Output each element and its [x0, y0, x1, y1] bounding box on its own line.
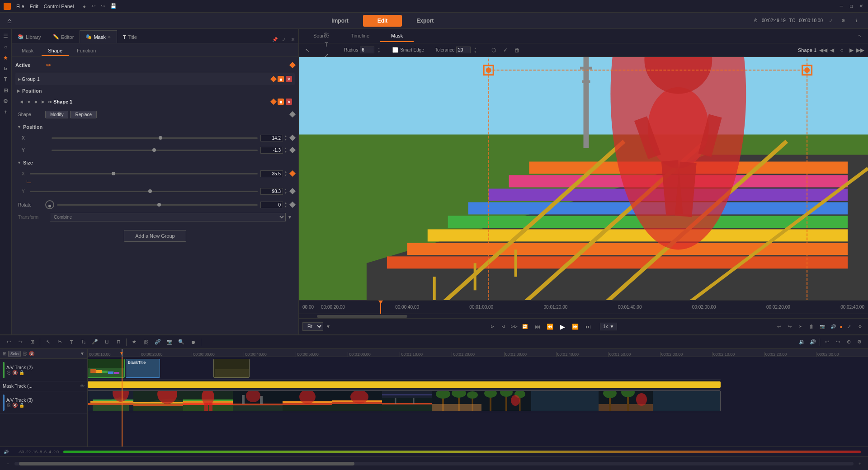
timeline-scrollbar[interactable] — [14, 462, 854, 465]
mask-paint-icon[interactable]: ○ — [837, 45, 847, 55]
rotate-down[interactable]: ▼ — [283, 205, 288, 208]
panel-expand-icon[interactable]: ⤢ — [280, 36, 288, 43]
loop-in-icon[interactable]: ⊳ — [488, 322, 497, 331]
preview-timeline-scrollbar[interactable] — [299, 314, 868, 318]
size-x-down[interactable]: ▼ — [283, 174, 288, 177]
shape-nav-fwd[interactable]: ▶ — [849, 47, 854, 53]
group-position-section[interactable]: ▶ Position — [15, 86, 295, 96]
panel-close-icon[interactable]: ✕ — [289, 36, 297, 43]
shape1-next[interactable]: ⏭ — [47, 99, 53, 105]
tb-undo2[interactable]: ↩ — [822, 337, 832, 347]
shape1-add-keyframe[interactable]: ◆ — [33, 99, 39, 105]
export-button[interactable]: Export — [402, 15, 448, 27]
tb-camera[interactable]: 📷 — [165, 337, 175, 347]
zoom-in-icon[interactable]: ＋ — [855, 459, 864, 468]
solo-button[interactable]: Solo — [8, 351, 21, 357]
group1-orange-btn[interactable]: ■ — [278, 76, 284, 82]
tb-vol-dn[interactable]: 🔉 — [797, 337, 807, 347]
tb-text[interactable]: T — [66, 337, 76, 347]
sub-tab-shape[interactable]: Shape — [42, 46, 69, 56]
clip-green-1[interactable] — [88, 359, 125, 378]
record-dot[interactable]: ● — [840, 324, 843, 329]
close-button[interactable]: ✕ — [858, 3, 864, 9]
tolerance-up[interactable]: ▲ — [472, 47, 478, 50]
tab-editor[interactable]: ✏️ Editor — [47, 30, 80, 43]
x-slider[interactable] — [52, 137, 258, 139]
rotate-diamond[interactable] — [289, 202, 296, 208]
mask-bar[interactable] — [88, 381, 721, 388]
size-y-slider[interactable] — [30, 191, 258, 192]
shape1-delete-btn[interactable]: ✕ — [286, 99, 292, 105]
sidebar-icon-gear[interactable]: ⚙ — [1, 97, 10, 106]
mask-tab-close[interactable]: ✕ — [108, 35, 111, 39]
size-x-slider[interactable] — [30, 173, 258, 174]
av2-lock-icon[interactable]: 🔒 — [19, 370, 24, 375]
tolerance-input[interactable] — [456, 47, 471, 53]
x-down-btn[interactable]: ▼ — [283, 138, 288, 141]
tb-cursor[interactable]: ↖ — [43, 337, 53, 347]
size-y-diamond[interactable] — [289, 188, 296, 194]
group1-delete-btn[interactable]: ✕ — [286, 76, 292, 82]
av3-link-icon[interactable]: ⛓ — [6, 403, 11, 408]
group1-diamond-btn[interactable] — [270, 76, 277, 82]
go-end-btn[interactable]: ⏭ — [583, 321, 594, 332]
transform-select[interactable]: Combine — [50, 213, 286, 221]
rotate-slider[interactable] — [57, 204, 258, 206]
tb-settings3[interactable]: ⚙ — [854, 337, 864, 347]
av3-lock-icon[interactable]: 🔒 — [19, 403, 24, 408]
tb-zoom-timeline[interactable]: ⊕ — [844, 337, 854, 347]
tb-link[interactable]: ⛓ — [141, 337, 151, 347]
rotate-up[interactable]: ▲ — [283, 201, 288, 205]
delete-icon[interactable]: 🗑 — [807, 322, 816, 331]
cursor-tool[interactable]: ↖ — [302, 45, 312, 55]
tb-grid[interactable]: ⊞ — [27, 337, 37, 347]
loop-icon[interactable]: 🔁 — [520, 322, 529, 331]
sidebar-icon-text[interactable]: T — [1, 75, 10, 84]
tab-title[interactable]: T Title — [117, 30, 143, 43]
home-button[interactable]: ⌂ — [7, 17, 12, 25]
tab-mask[interactable]: 🎭 Mask ✕ — [80, 30, 117, 43]
go-start-btn[interactable]: ⏮ — [532, 321, 543, 332]
mask-track-eye[interactable]: 👁 — [80, 384, 85, 389]
size-y-input[interactable] — [260, 188, 283, 195]
clip-dark-1[interactable] — [213, 359, 250, 378]
video-clip-main[interactable] — [88, 390, 721, 411]
y-down-btn[interactable]: ▼ — [283, 150, 288, 154]
expand-preview-icon[interactable]: ⤢ — [844, 322, 854, 331]
tb-vol-up[interactable]: 🔊 — [808, 337, 818, 347]
redo-icon[interactable]: ↪ — [785, 322, 794, 331]
edit-button[interactable]: Edit — [363, 15, 402, 27]
sub-tab-mask[interactable]: Mask — [15, 46, 40, 56]
tab-timeline[interactable]: Timeline — [340, 30, 380, 42]
sidebar-icon-fx[interactable]: fx — [1, 64, 10, 73]
mask-lasso-icon[interactable]: ⬡ — [489, 45, 499, 55]
tb-redo2[interactable]: ↪ — [833, 337, 843, 347]
x-value-input[interactable] — [260, 135, 283, 141]
sidebar-icon-cloud[interactable]: ○ — [1, 42, 10, 52]
shape-nav-prev[interactable]: ◀◀ — [819, 47, 827, 53]
undo-icon[interactable]: ↩ — [774, 322, 783, 331]
replace-button[interactable]: Replace — [70, 111, 97, 118]
av2-mute-icon[interactable]: 🔇 — [12, 370, 18, 375]
volume-icon[interactable]: 🔊 — [829, 322, 838, 331]
tb-record[interactable]: ⏺ — [188, 337, 198, 347]
tb-effects[interactable]: ★ — [129, 337, 139, 347]
cut-icon[interactable]: ✂ — [796, 322, 805, 331]
y-diamond[interactable] — [289, 147, 296, 153]
shape-nav-end[interactable]: ▶▶ — [856, 47, 864, 53]
play-pause-btn[interactable]: ▶ — [557, 321, 568, 332]
preview-scroll-thumb[interactable] — [317, 315, 407, 318]
shape1-prev[interactable]: ⏮ — [25, 99, 32, 105]
pen-tool[interactable]: ✏ — [321, 29, 331, 39]
y-value-input[interactable] — [260, 147, 283, 154]
rotate-thumb[interactable] — [157, 203, 161, 207]
step-fwd-btn[interactable]: ⏩ — [570, 321, 581, 332]
info-icon[interactable]: ℹ — [852, 16, 861, 25]
y-up-btn[interactable]: ▲ — [283, 146, 288, 150]
radius-input[interactable] — [360, 47, 374, 53]
text-tool[interactable]: T — [321, 40, 331, 50]
shape1-orange-btn[interactable]: ■ — [278, 99, 284, 105]
x-up-btn[interactable]: ▲ — [283, 134, 288, 138]
track-content[interactable]: 00:00:10.00 00:00:20.00 00:00:30.00 00:0… — [88, 349, 868, 446]
sidebar-icon-star[interactable]: ★ — [1, 53, 10, 62]
